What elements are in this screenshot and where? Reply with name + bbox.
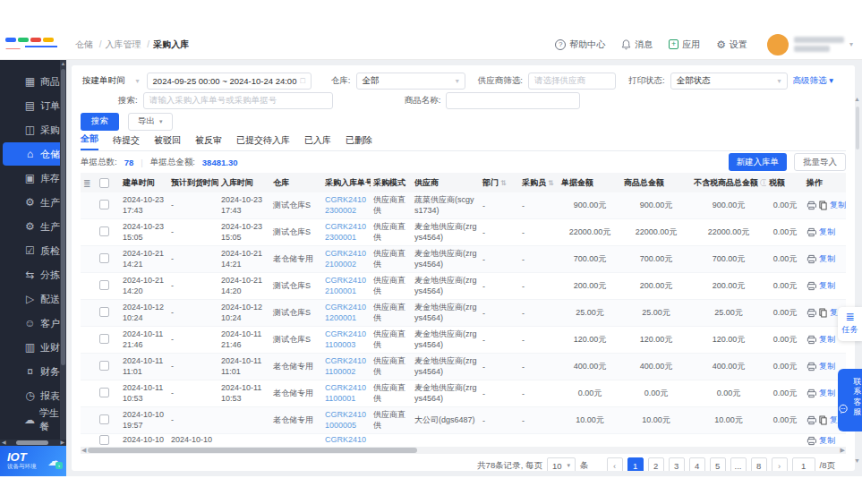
- row-checkbox[interactable]: [99, 307, 109, 317]
- scroll-left-icon[interactable]: ◀: [2, 440, 6, 446]
- sidebar-item[interactable]: ¤ 财务 ›: [3, 360, 64, 383]
- row-checkbox[interactable]: [99, 200, 109, 209]
- copy-link[interactable]: 复制: [819, 334, 835, 346]
- info-icon[interactable]: ⓘ: [760, 177, 766, 189]
- vscroll-thumb[interactable]: [856, 107, 859, 149]
- hscroll-thumb[interactable]: [88, 448, 417, 453]
- status-tab[interactable]: 待提交: [113, 134, 140, 150]
- print-icon[interactable]: [807, 281, 816, 291]
- date-range-input[interactable]: 2024-09-25 00:00 ~ 2024-10-24 24:00 □: [147, 73, 312, 90]
- print-status-select[interactable]: 全部状态 ▾: [670, 73, 788, 90]
- page-button[interactable]: 8: [751, 457, 767, 471]
- page-button[interactable]: 2: [648, 457, 664, 471]
- breadcrumb[interactable]: 仓储入库管理采购入库: [75, 38, 189, 51]
- sidebar-item[interactable]: ☁ 学生餐 ›: [3, 408, 64, 431]
- page-button[interactable]: 5: [710, 457, 726, 471]
- task-widget[interactable]: ≣ 任务: [838, 307, 862, 341]
- select-all-checkbox[interactable]: [99, 178, 109, 188]
- order-no-link[interactable]: CGRK24101000005: [322, 410, 371, 431]
- sidebar-item[interactable]: ⇆ 分拣 ›: [3, 263, 64, 286]
- expand-all-icon[interactable]: ≣: [83, 178, 90, 188]
- sidebar-item[interactable]: ◷ 报表 ›: [3, 384, 64, 407]
- sidebar-hscrollbar[interactable]: ◀ ▶: [0, 440, 66, 446]
- sidebar-item[interactable]: ▣ 库存 ›: [3, 167, 64, 190]
- scroll-down-icon[interactable]: ▼: [854, 457, 860, 464]
- row-checkbox[interactable]: [99, 280, 109, 290]
- print-icon[interactable]: [807, 308, 816, 318]
- page-button[interactable]: ...: [730, 457, 747, 471]
- search-button[interactable]: 搜索: [81, 113, 119, 131]
- product-name-input[interactable]: [446, 92, 580, 109]
- order-no-link[interactable]: CGRK24101200001: [322, 303, 371, 323]
- batch-import-button[interactable]: 批量导入: [794, 153, 846, 171]
- order-no-link[interactable]: CGRK24101100002: [322, 356, 371, 377]
- row-checkbox[interactable]: [99, 253, 109, 263]
- print-icon[interactable]: [807, 201, 816, 210]
- row-checkbox[interactable]: [99, 226, 109, 236]
- sidebar-item[interactable]: ▦ 商品 ›: [3, 70, 64, 93]
- messages-button[interactable]: 消息: [621, 38, 653, 51]
- copy-link[interactable]: 复制: [819, 388, 835, 399]
- page-jump-input[interactable]: 1: [792, 457, 815, 471]
- status-tab[interactable]: 被驳回: [154, 134, 181, 150]
- status-tab[interactable]: 已删除: [346, 134, 372, 150]
- row-checkbox[interactable]: [99, 361, 109, 371]
- order-no-link[interactable]: CGRK24101100001: [322, 383, 371, 404]
- row-checkbox[interactable]: [99, 435, 109, 445]
- print-icon[interactable]: [807, 227, 816, 237]
- order-no-link[interactable]: CGRK241010: [322, 434, 371, 446]
- page-button[interactable]: 4: [689, 457, 705, 471]
- sidebar-scrollbar[interactable]: ▲: [60, 60, 66, 440]
- sidebar-item[interactable]: ▤ 订单 ›: [3, 94, 64, 117]
- table-hscrollbar[interactable]: ◀ ▶: [81, 447, 846, 454]
- scroll-up-icon[interactable]: ▲: [60, 61, 66, 66]
- settings-button[interactable]: ⚙ 设置: [716, 38, 747, 51]
- status-tab[interactable]: 已提交待入库: [236, 134, 290, 150]
- breadcrumb-item[interactable]: 仓储: [75, 38, 102, 51]
- page-size-select[interactable]: 10 ▾: [547, 457, 576, 471]
- help-center-button[interactable]: ? 帮助中心: [555, 38, 605, 51]
- copy-link[interactable]: 复制: [830, 200, 846, 211]
- status-tab[interactable]: 全部: [81, 132, 98, 150]
- sort-icon[interactable]: ⇅: [500, 179, 507, 187]
- time-type-select[interactable]: 按建单时间 ▾: [81, 73, 141, 90]
- sort-icon[interactable]: ⇅: [548, 179, 554, 187]
- sidebar-item[interactable]: ⚙ 生产 ›: [3, 191, 64, 214]
- order-no-link[interactable]: CGRK24101100003: [322, 329, 371, 350]
- sidebar-item[interactable]: ▥ 业财 ›: [3, 336, 64, 359]
- scroll-up-icon[interactable]: ▲: [854, 96, 860, 102]
- row-checkbox[interactable]: [99, 388, 109, 397]
- next-page-button[interactable]: ›: [772, 457, 788, 471]
- page-button[interactable]: 3: [669, 457, 685, 471]
- print-icon[interactable]: [807, 335, 816, 345]
- copy-doc-icon[interactable]: [819, 201, 827, 210]
- sidebar-item[interactable]: ◫ 采购 ›: [3, 118, 64, 141]
- sidebar-item[interactable]: ☺ 客户 ›: [3, 312, 64, 335]
- order-no-link[interactable]: CGRK24102300002: [322, 195, 371, 216]
- scroll-right-icon[interactable]: ▶: [841, 447, 845, 454]
- sidebar-item[interactable]: ⌂ 仓储 ›: [3, 142, 64, 166]
- status-tab[interactable]: 被反审: [195, 134, 222, 150]
- supplier-select[interactable]: 请选择供应商: [528, 73, 616, 90]
- create-inbound-button[interactable]: 新建入库单: [729, 153, 788, 171]
- page-button[interactable]: 1: [627, 457, 644, 471]
- breadcrumb-item[interactable]: 入库管理: [106, 38, 150, 51]
- copy-link[interactable]: 复制: [819, 435, 835, 446]
- contact-service-widget[interactable]: 联系客服: [838, 369, 862, 431]
- iot-banner[interactable]: IOT 设备与环境 ☁›: [0, 446, 66, 476]
- print-icon[interactable]: [807, 362, 816, 372]
- status-tab[interactable]: 已入库: [304, 134, 331, 150]
- prev-page-button[interactable]: ‹: [607, 457, 623, 471]
- print-icon[interactable]: [807, 254, 816, 264]
- order-no-link[interactable]: CGRK24102300001: [322, 222, 371, 243]
- advanced-filter-link[interactable]: 高级筛选 ▾: [793, 75, 833, 87]
- copy-link[interactable]: 复制: [819, 361, 835, 372]
- scroll-right-icon[interactable]: ▶: [60, 440, 64, 446]
- copy-link[interactable]: 复制: [819, 280, 835, 292]
- sidebar-item[interactable]: ☑ 质检 ›: [3, 239, 64, 262]
- copy-doc-icon[interactable]: [819, 415, 827, 425]
- sidebar-item[interactable]: ▷ 配送 ›: [3, 287, 64, 311]
- copy-link[interactable]: 复制: [819, 253, 835, 265]
- row-checkbox[interactable]: [99, 414, 109, 424]
- scroll-left-icon[interactable]: ◀: [81, 447, 86, 454]
